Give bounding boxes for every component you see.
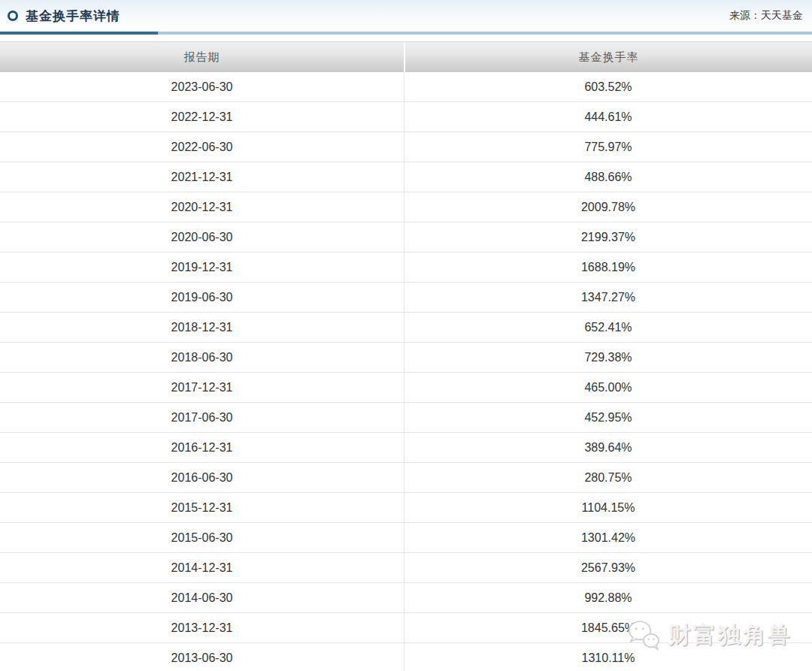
report-period-cell: 2014-12-31 <box>0 553 404 582</box>
table-body: 2023-06-30603.52%2022-12-31444.61%2022-0… <box>0 72 812 671</box>
turnover-rate-cell: 444.61% <box>404 102 812 131</box>
turnover-rate-cell: 1301.42% <box>404 523 812 552</box>
spacer <box>0 35 812 41</box>
report-period-cell: 2019-06-30 <box>0 283 404 312</box>
tab-underline <box>0 32 812 35</box>
column-header-turnover-rate: 基金换手率 <box>404 42 812 72</box>
report-period-cell: 2017-12-31 <box>0 373 404 402</box>
table-row: 2022-06-30775.97% <box>0 132 812 162</box>
table-row: 2017-06-30452.95% <box>0 403 812 433</box>
report-period-cell: 2023-06-30 <box>0 72 404 101</box>
table-row: 2013-12-311845.65% <box>0 613 812 643</box>
report-period-cell: 2013-06-30 <box>0 643 404 671</box>
turnover-rate-cell: 465.00% <box>404 373 812 402</box>
turnover-rate-cell: 775.97% <box>404 132 812 162</box>
table-row: 2022-12-31444.61% <box>0 102 812 132</box>
turnover-rate-cell: 729.38% <box>404 343 812 372</box>
report-period-cell: 2021-12-31 <box>0 162 404 192</box>
report-period-cell: 2014-06-30 <box>0 583 404 612</box>
turnover-rate-cell: 603.52% <box>404 72 812 101</box>
report-period-cell: 2015-12-31 <box>0 493 404 522</box>
table-row: 2019-12-311688.19% <box>0 252 812 283</box>
report-period-cell: 2013-12-31 <box>0 613 404 642</box>
turnover-rate-cell: 1310.11% <box>404 643 812 671</box>
table-row: 2023-06-30603.52% <box>0 72 812 102</box>
report-period-cell: 2018-12-31 <box>0 313 404 342</box>
table-row: 2020-12-312009.78% <box>0 192 812 222</box>
turnover-rate-cell: 992.88% <box>404 583 812 612</box>
table-row: 2017-12-31465.00% <box>0 373 812 403</box>
turnover-rate-cell: 2567.93% <box>404 553 812 582</box>
table-row: 2018-06-30729.38% <box>0 343 812 373</box>
turnover-rate-cell: 1688.19% <box>404 252 812 282</box>
turnover-rate-cell: 280.75% <box>404 463 812 492</box>
turnover-rate-cell: 2199.37% <box>404 222 812 252</box>
turnover-rate-cell: 2009.78% <box>404 192 812 222</box>
table-row: 2019-06-301347.27% <box>0 283 812 313</box>
report-period-cell: 2020-06-30 <box>0 222 404 252</box>
turnover-rate-cell: 652.41% <box>404 313 812 342</box>
table-row: 2020-06-302199.37% <box>0 222 812 252</box>
table-row: 2018-12-31652.41% <box>0 313 812 343</box>
table-row: 2014-06-30992.88% <box>0 583 812 613</box>
report-period-cell: 2022-06-30 <box>0 132 404 162</box>
circle-icon <box>8 11 18 21</box>
table-row: 2013-06-301310.11% <box>0 643 812 671</box>
page-title: 基金换手率详情 <box>26 8 120 25</box>
turnover-rate-cell: 452.95% <box>404 403 812 432</box>
table-row: 2016-06-30280.75% <box>0 463 812 493</box>
turnover-rate-cell: 389.64% <box>404 433 812 462</box>
tab-underline-active <box>0 32 158 35</box>
table-row: 2021-12-31488.66% <box>0 162 812 192</box>
report-period-cell: 2019-12-31 <box>0 252 404 282</box>
table-row: 2014-12-312567.93% <box>0 553 812 583</box>
table-row: 2015-12-311104.15% <box>0 493 812 523</box>
fund-turnover-page: 基金换手率详情 来源：天天基金 报告期 基金换手率 2023-06-30603.… <box>0 0 812 671</box>
report-period-cell: 2016-06-30 <box>0 463 404 492</box>
report-period-cell: 2018-06-30 <box>0 343 404 372</box>
turnover-rate-cell: 1104.15% <box>404 493 812 522</box>
column-header-report-period: 报告期 <box>0 42 404 72</box>
turnover-rate-cell: 1347.27% <box>404 283 812 312</box>
table-row: 2015-06-301301.42% <box>0 523 812 553</box>
turnover-rate-cell: 488.66% <box>404 162 812 192</box>
report-period-cell: 2020-12-31 <box>0 192 404 222</box>
report-period-cell: 2015-06-30 <box>0 523 404 552</box>
report-period-cell: 2016-12-31 <box>0 433 404 462</box>
report-period-cell: 2022-12-31 <box>0 102 404 131</box>
section-header: 基金换手率详情 来源：天天基金 <box>0 0 812 32</box>
table-row: 2016-12-31389.64% <box>0 433 812 463</box>
report-period-cell: 2017-06-30 <box>0 403 404 432</box>
source-label: 来源：天天基金 <box>729 9 803 23</box>
tab-underline-rest <box>158 32 812 35</box>
turnover-rate-cell: 1845.65% <box>404 613 812 642</box>
table-header-row: 报告期 基金换手率 <box>0 41 812 72</box>
